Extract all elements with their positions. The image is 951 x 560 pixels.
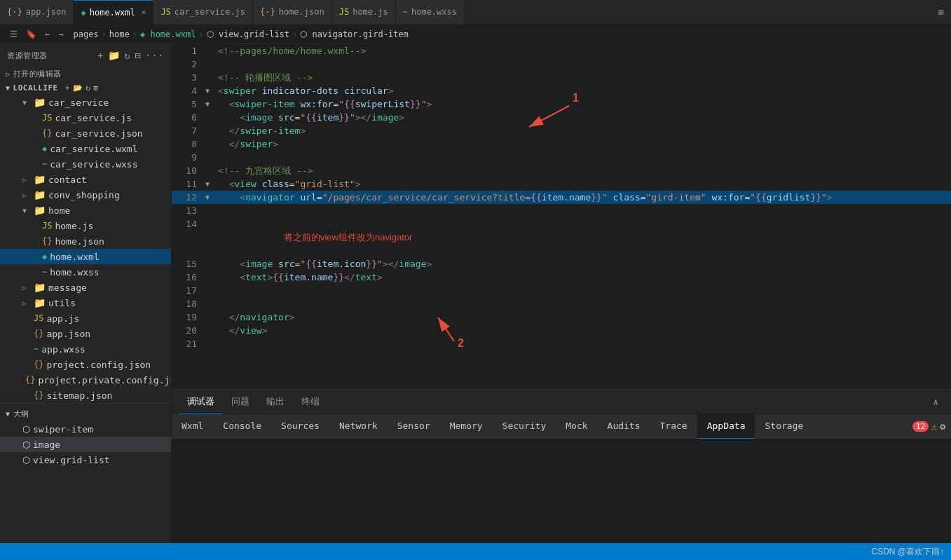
sidebar-item-app-wxss[interactable]: ~ app.wxss (0, 341, 171, 357)
console-tab-label: Console (223, 421, 261, 431)
sidebar-item-car-service-wxss[interactable]: ~ car_service.wxss (0, 156, 171, 172)
menu-icon[interactable]: ☰ (7, 28, 20, 41)
refresh2-icon[interactable]: ↻ (85, 83, 90, 93)
sidebar-item-message-folder[interactable]: ▷ 📁 message (0, 280, 171, 295)
open-editors-label: 打开的编辑器 (13, 69, 62, 79)
panel-collapse-button[interactable]: ∧ (927, 397, 944, 407)
devtools-tab-security[interactable]: Security (493, 414, 556, 439)
editor-content[interactable]: 1 <!--pages/home/home.wxml--> 2 3 <!-- 轮… (172, 44, 951, 389)
devtools-tab-audits[interactable]: Audits (598, 414, 650, 439)
new-file-icon[interactable]: + (97, 50, 104, 61)
line-expand-12[interactable]: ▼ (205, 191, 217, 204)
sidebar-item-car-service-js[interactable]: JS car_service.js (0, 110, 171, 125)
bookmark-icon[interactable]: 🔖 (23, 28, 39, 41)
warning-icon[interactable]: ⚠ (931, 421, 937, 432)
sidebar-item-home-json[interactable]: {} home.json (0, 233, 171, 249)
sidebar-section-open-editors[interactable]: ▷ 打开的编辑器 (0, 67, 171, 81)
sidebar-item-app-json[interactable]: {} app.json (0, 326, 171, 341)
devtools-tab-mock[interactable]: Mock (556, 414, 597, 439)
bottom-tab-debugger[interactable]: 调试器 (179, 390, 223, 414)
sidebar-item-app-js[interactable]: JS app.js (0, 310, 171, 326)
code-line-11: 11 ▼ <view class="grid-list"> (172, 177, 951, 191)
expand-icon6: ▷ (22, 299, 31, 307)
code-line-4: 4 ▼ <swiper indicator-dots circular> (172, 84, 951, 97)
sidebar-title: 资源管理器 (7, 50, 48, 61)
code-line-9: 9 (172, 151, 951, 164)
devtools-tab-trace[interactable]: Trace (650, 414, 697, 439)
filter-icon[interactable]: ⊞ (93, 83, 98, 93)
settings-icon[interactable]: ⚙ (940, 421, 945, 432)
outline-label[interactable]: ▼ 大纲 (0, 407, 171, 421)
forward-button[interactable]: → (55, 28, 66, 41)
breadcrumb-part-file[interactable]: ◈ home.wxml (140, 29, 196, 39)
devtools-tab-wxml[interactable]: Wxml (172, 414, 213, 439)
sidebar-item-sitemap-json[interactable]: {} sitemap.json (0, 388, 171, 403)
sidebar-item-home-js[interactable]: JS home.js (0, 218, 171, 233)
back-button[interactable]: ← (42, 28, 53, 41)
collapse-icon[interactable]: ⊟ (135, 50, 141, 61)
tab-home-json[interactable]: {·} home.json (253, 0, 332, 25)
sidebar-item-car-service-folder[interactable]: ▼ 📁 car_service (0, 95, 171, 110)
sidebar-item-conv-shopping-folder[interactable]: ▷ 📁 conv_shopping (0, 187, 171, 203)
line-code-15: <image src="{{item.icon}}"></image> (217, 257, 951, 271)
outline-item-image[interactable]: ⬡ image (0, 437, 171, 452)
folder-name3: conv_shopping (48, 190, 120, 200)
sidebar-item-car-service-wxml[interactable]: ◈ car_service.wxml (0, 141, 171, 156)
sidebar-section-locallife[interactable]: ▼ LOCALLIFE + 📂 ↻ ⊞ (0, 81, 171, 95)
devtools-tab-storage[interactable]: Storage (755, 414, 813, 439)
outline-item-swiper[interactable]: ⬡ swiper-item (0, 421, 171, 437)
bottom-tab-output[interactable]: 输出 (258, 390, 293, 414)
new-folder-icon[interactable]: 📁 (108, 50, 121, 61)
outline-item-view[interactable]: ⬡ view.grid-list (0, 452, 171, 467)
sidebar-item-home-wxml[interactable]: ◈ home.wxml (0, 249, 171, 264)
tab-app-json[interactable]: {·} app.json (0, 0, 74, 25)
devtools-tab-network[interactable]: Network (329, 414, 388, 439)
bottom-tab-terminal[interactable]: 终端 (293, 390, 328, 414)
sidebar-item-project-config[interactable]: {} project.config.json (0, 357, 171, 372)
breadcrumb-part-view[interactable]: ⬡ view.grid-list (207, 29, 289, 39)
tab-car-service-js[interactable]: JS car_service.js (153, 0, 253, 25)
tab-home-wxss[interactable]: ~ home.wxss (396, 0, 465, 25)
line-num-10: 10 (172, 164, 205, 177)
appdata-tab-label: AppData (707, 421, 746, 431)
status-right: CSDN @喜欢下雨↑ (871, 546, 944, 558)
devtools-tab-sources[interactable]: Sources (271, 414, 329, 439)
line-expand-11[interactable]: ▼ (205, 177, 217, 191)
folder-name4: home (48, 205, 70, 216)
tab-home-js[interactable]: JS home.js (332, 0, 396, 25)
more-icon[interactable]: ··· (145, 50, 164, 61)
tab-home-wxml[interactable]: ◈ home.wxml ✕ (74, 0, 153, 25)
line-expand-5[interactable]: ▼ (205, 97, 217, 111)
sidebar-item-home-folder[interactable]: ▼ 📁 home (0, 203, 171, 218)
main-area: 资源管理器 + 📁 ↻ ⊟ ··· ▷ 打开的编辑器 ▼ LOCALLIFE +… (0, 44, 951, 543)
audits-tab-label: Audits (608, 421, 641, 431)
open-folder-icon[interactable]: 📂 (73, 83, 83, 93)
sidebar-item-home-wxss[interactable]: ~ home.wxss (0, 264, 171, 280)
layout-button[interactable]: ⊞ (931, 7, 951, 18)
line-code-20: </view> (217, 324, 951, 337)
line-code-3: <!-- 轮播图区域 --> (217, 71, 951, 84)
sidebar-item-project-private-config[interactable]: {} project.private.config.json (0, 372, 171, 388)
breadcrumb-part-pages[interactable]: pages (73, 29, 98, 39)
sidebar-item-car-service-json[interactable]: {} car_service.json (0, 125, 171, 141)
breadcrumb-part-home[interactable]: home (109, 29, 130, 39)
devtools-tab-sensor[interactable]: Sensor (388, 414, 440, 439)
line-code-10: <!-- 九宫格区域 --> (217, 164, 951, 177)
outline-title: 大纲 (13, 409, 29, 419)
refresh-icon[interactable]: ↻ (124, 50, 130, 61)
line-expand-4[interactable]: ▼ (205, 84, 217, 97)
devtools-tab-memory[interactable]: Memory (440, 414, 493, 439)
outline-name: swiper-item (33, 424, 93, 435)
breadcrumb-part-navigator[interactable]: ⬡ navigator.gird-item (300, 29, 409, 39)
devtools-tab-appdata[interactable]: AppData (697, 414, 755, 439)
sidebar-item-contact-folder[interactable]: ▷ 📁 contact (0, 172, 171, 187)
sidebar-item-utils-folder[interactable]: ▷ 📁 utils (0, 295, 171, 310)
code-line-12: 12 ▼ <navigator url="/pages/car_service/… (172, 191, 951, 204)
line-num-15: 15 (172, 257, 205, 271)
code-line-16: 16 <text>{{item.name}}</text> (172, 271, 951, 284)
devtools-tab-console[interactable]: Console (213, 414, 271, 439)
json-file-icon2: {} (42, 236, 52, 246)
tab-close-button[interactable]: ✕ (142, 8, 146, 17)
bottom-tab-problems[interactable]: 问题 (223, 390, 258, 414)
add-icon[interactable]: + (65, 83, 70, 93)
